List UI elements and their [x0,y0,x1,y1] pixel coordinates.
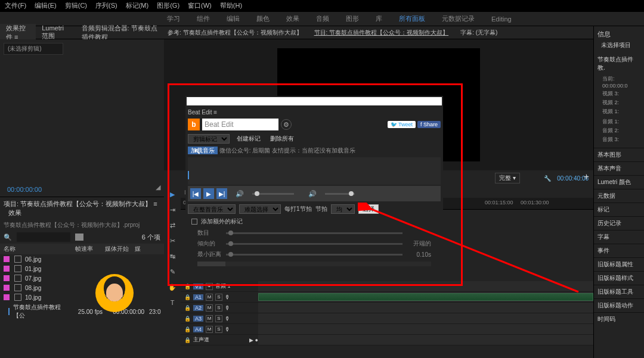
side-legacy-styles[interactable]: 旧版标题样式 [594,271,644,285]
app-menubar: 文件(F) 编辑(E) 剪辑(C) 序列(S) 标记(M) 图形(G) 窗口(W… [0,0,644,12]
beat-name-input[interactable] [202,119,278,130]
load-music-button[interactable]: 加载音乐 [188,147,218,154]
side-legacy-props[interactable]: 旧版标题属性 [594,257,644,271]
track-a4[interactable]: 🔒A4MS🎙 [181,324,593,335]
side-legacy-tools[interactable]: 旧版标题工具 [594,285,644,298]
scope-dropdown[interactable]: 在整首音乐 [188,204,236,214]
play-button[interactable]: ▶ [203,188,214,199]
tab-effect-controls[interactable]: 效果控件 ≡ [0,24,36,42]
ws-learn[interactable]: 学习 [167,14,180,23]
tab-effects-panel[interactable]: 效果 [8,209,21,216]
search-icon[interactable]: 🔍 [4,234,12,241]
folder-icon[interactable] [75,234,83,241]
ws-color[interactable]: 颜色 [256,14,270,23]
bias-slider[interactable] [226,243,402,245]
track-a1[interactable]: 🔒A1MS🎙 [181,292,593,303]
marker-type-dropdown[interactable]: 剪辑标记 [188,134,230,144]
ws-effects[interactable]: 效果 [286,14,299,23]
mode-dropdown[interactable]: 均匀 [331,204,355,214]
beat-edit-panel: Beat Edit ≡ b ⚙ 🐦Tweet f Share 剪辑标记 创建标记… [185,96,443,281]
menu-file[interactable]: 文件(F) [5,1,26,10]
ws-editing[interactable]: 编辑 [227,14,240,23]
menu-clip[interactable]: 剪辑(C) [65,1,87,10]
beat-url-bar[interactable] [187,97,442,105]
project-search-input[interactable] [17,232,70,242]
info-panel-title: 信息 [597,30,640,39]
beat-edit-title: Beat Edit ≡ [185,108,443,117]
resize-icon[interactable]: ◢ [156,183,160,195]
menu-window[interactable]: 窗口(W) [188,1,212,10]
effect-controls-panel: (未选择剪辑) [0,39,164,182]
menu-edit[interactable]: 编辑(E) [35,1,57,10]
track-a2[interactable]: 🔒A2MS🎙 [181,303,593,313]
tab-reference-monitor[interactable]: 参考: 节奏鼓点插件教程【公众号：视频制作大叔】 [168,29,302,37]
ws-assembly[interactable]: 组件 [197,14,210,23]
project-column-headers: 名称 帧速率 媒体开始 媒 [0,244,164,254]
volume-icon-2[interactable]: 🔊 [308,190,317,198]
side-captions[interactable]: 字幕 [594,230,644,244]
right-sidebar: 信息 未选择项目 节奏鼓点插件教. 当前: 00:00:00:0 视频 3: 视… [593,26,644,358]
list-item[interactable]: 06.jpg [0,254,164,264]
menu-graphics[interactable]: 图形(G) [157,1,179,10]
extra-markers-label: 添加额外的标记 [201,217,243,226]
clear-all-button[interactable]: 删除所有 [268,135,296,143]
list-item[interactable]: 10.jpg [0,292,164,302]
no-clip-selected[interactable]: (未选择剪辑) [4,43,63,55]
extra-markers-checkbox[interactable] [191,219,197,225]
create-markers-button[interactable]: 创建标记 [234,135,263,143]
settings-icon[interactable]: 🔧 [544,175,551,182]
hint-text: 微信公众号: 后期菌 友情提示：当前还没有加载音乐 [219,147,355,154]
tab-program-monitor[interactable]: 节目: 节奏鼓点插件教程【公众号：视频制作大叔】 [314,29,449,37]
side-metadata[interactable]: 元数据 [594,189,644,203]
type-tool[interactable]: T [168,298,177,307]
side-timecode[interactable]: 时间码 [594,312,644,326]
ws-editing-en[interactable]: Editing [491,15,512,23]
menu-marker[interactable]: 标记(M) [126,1,149,10]
ws-graphics[interactable]: 图形 [346,14,359,23]
info-section: 节奏鼓点插件教. [597,55,640,72]
side-history[interactable]: 历史记录 [594,216,644,230]
fb-share-button[interactable]: f Share [417,121,441,128]
list-item[interactable]: 08.jpg [0,283,164,292]
next-button[interactable]: ▶| [216,188,227,199]
left-column: 效果控件 ≡ Lumetri 范围 音频剪辑混合器: 节奏鼓点插件教程 (未选择… [0,26,164,358]
list-item[interactable]: 07.jpg [0,273,164,283]
ws-all-panels[interactable]: 所有面板 [399,14,425,23]
gear-icon[interactable]: ⚙ [281,119,292,130]
difficulty-dropdown[interactable]: 难题选择 [239,204,281,214]
add-track-icon[interactable]: + [584,172,589,182]
min-distance-slider[interactable] [226,254,402,256]
audio-clip[interactable] [258,293,593,301]
tab-audio-mixer[interactable]: 音频剪辑混合器: 节奏鼓点插件教程 [76,24,164,42]
side-legacy-actions[interactable]: 旧版标题动作 [594,298,644,312]
tab-lumetri-scopes[interactable]: Lumetri 范围 [36,24,75,41]
info-no-selection: 未选择项目 [601,41,640,49]
list-item[interactable]: 节奏鼓点插件教程【公25.00 fps00:00:00:0023:0 [0,302,164,321]
side-markers[interactable]: 标记 [594,203,644,216]
list-item[interactable]: 01.jpg [0,264,164,273]
tab-captions[interactable]: 字幕: (无字幕) [460,29,497,37]
track-a3[interactable]: 🔒A3MS🎙 [181,313,593,324]
project-panel-tabs: 项目: 节奏鼓点插件教程【公众号：视频制作大叔】 ≡ 效果 [0,197,164,220]
annotation-red-box: Beat Edit ≡ b ⚙ 🐦Tweet f Share 剪辑标记 创建标记… [168,83,463,286]
side-events[interactable]: 事件 [594,244,644,257]
ws-metadata[interactable]: 元数据记录 [442,14,475,23]
tab-project[interactable]: 项目: 节奏鼓点插件教程【公众号：视频制作大叔】 [4,200,151,207]
select-button[interactable]: 选择 [358,204,379,214]
tweet-button[interactable]: 🐦Tweet [388,121,416,128]
prev-button[interactable]: |◀ [190,188,201,199]
menu-help[interactable]: 帮助(H) [220,1,242,10]
beat-waveform[interactable] [188,157,441,185]
volume-icon[interactable]: 🔊 [236,190,244,198]
ws-library[interactable]: 库 [376,14,382,23]
menu-sequence[interactable]: 序列(S) [95,1,117,10]
zoom-dropdown[interactable]: 完整 ▾ [495,173,520,183]
count-slider[interactable] [226,232,402,234]
volume-slider[interactable] [252,193,294,195]
side-essential-sound[interactable]: 基本声音 [594,161,644,175]
side-essential-graphics[interactable]: 基本图形 [594,148,644,161]
ws-audio[interactable]: 音频 [316,14,329,23]
side-lumetri-color[interactable]: Lumetri 颜色 [594,175,644,189]
volume-slider-2[interactable] [325,193,355,195]
track-master[interactable]: 🔒主声道▶ ● [181,335,593,345]
